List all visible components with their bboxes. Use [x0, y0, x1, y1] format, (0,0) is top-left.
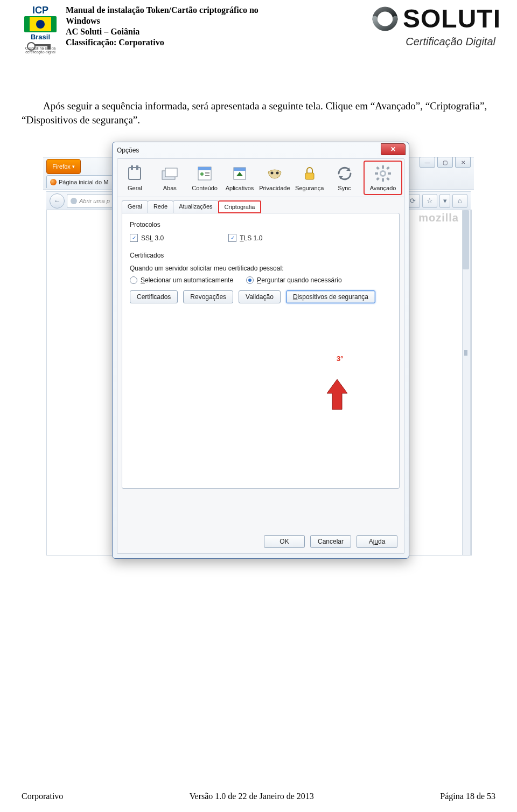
doc-title-1: Manual de instalação Token/Cartão cripto…	[66, 5, 258, 15]
document-header: ICP Brasil O Brasil na era da certificaç…	[22, 0, 495, 61]
footer-left: Corporativo	[22, 792, 63, 801]
category-sync-label: Sync	[338, 185, 351, 191]
help-button[interactable]: Ajuda	[357, 535, 397, 548]
category-sync[interactable]: Sync	[327, 159, 362, 197]
validation-button[interactable]: Validação	[239, 290, 281, 303]
svg-rect-18	[375, 172, 378, 175]
header-text-block: Manual de instalação Token/Cartão cripto…	[66, 5, 312, 48]
category-advanced[interactable]: Avançado	[364, 161, 402, 195]
soluti-name: SOLUTI	[403, 7, 501, 30]
ok-button[interactable]: OK	[264, 535, 305, 548]
category-general-label: Geral	[128, 185, 142, 191]
svg-rect-20	[376, 166, 379, 170]
checkbox-checked-icon: ✓	[130, 234, 138, 242]
scrollbar[interactable]	[462, 210, 471, 556]
scrollbar-thumb[interactable]	[463, 210, 469, 269]
svg-rect-4	[165, 168, 177, 177]
svg-point-7	[200, 172, 204, 176]
subtab-updates[interactable]: Atualizações	[173, 200, 218, 213]
category-privacy[interactable]: Privacidade	[257, 159, 292, 197]
crypto-panel: Protocolos ✓ SSL 3.0 ✓ TLS 1.0	[122, 213, 400, 489]
ssl3-checkbox[interactable]: ✓ SSL 3.0	[130, 234, 164, 242]
doc-subtitle: AC Soluti – Goiânia	[66, 27, 139, 36]
annotation-3: 3°	[337, 355, 343, 363]
soluti-logo: SOLUTI	[312, 5, 501, 32]
category-tabs[interactable]: Abas	[152, 159, 187, 197]
subtab-crypto[interactable]: Criptografia	[218, 200, 262, 213]
category-content[interactable]: Conteúdo	[187, 159, 222, 197]
category-apps-label: Aplicativos	[226, 185, 254, 191]
svg-rect-0	[129, 168, 141, 179]
radio-ask[interactable]: Perguntar quando necessário	[246, 276, 341, 284]
subtab-general[interactable]: Geral	[122, 200, 148, 213]
firefox-menu-button[interactable]: Firefox	[46, 159, 81, 174]
checkbox-checked-icon: ✓	[228, 234, 236, 242]
svg-rect-17	[382, 178, 384, 182]
globe-icon	[71, 198, 77, 204]
back-icon: ←	[54, 197, 61, 205]
browser-tab[interactable]: Página inicial do M	[46, 175, 113, 188]
svg-rect-6	[198, 167, 211, 170]
bookmark-drop-button[interactable]: ▾	[439, 194, 450, 208]
home-button[interactable]: ⌂	[452, 194, 467, 208]
svg-rect-8	[205, 172, 209, 173]
category-tabs-label: Abas	[163, 185, 177, 191]
category-content-label: Conteúdo	[192, 185, 218, 191]
star-icon: ☆	[427, 197, 433, 205]
tabs-icon	[160, 164, 179, 183]
reload-icon: ⟳	[410, 197, 416, 205]
window-maximize-icon[interactable]: ▢	[437, 157, 453, 168]
dialog-close-button[interactable]: ✕	[381, 143, 406, 155]
svg-rect-11	[234, 168, 246, 171]
home-icon: ⌂	[458, 197, 462, 205]
radio-auto[interactable]: Selecionar um automaticamente	[130, 276, 233, 284]
radio-checked-icon	[246, 276, 254, 284]
category-advanced-label: Avançado	[370, 185, 396, 191]
category-security[interactable]: Segurança	[292, 159, 327, 197]
certificates-prompt: Quando um servidor solicitar meu certifi…	[130, 265, 392, 272]
category-apps[interactable]: Aplicativos	[222, 159, 257, 197]
window-minimize-icon[interactable]: —	[420, 157, 435, 168]
svg-rect-9	[205, 175, 209, 176]
body-paragraph: Após seguir a sequência informada, será …	[22, 99, 495, 127]
scrollbar-mid-marker	[464, 350, 467, 356]
tls1-checkbox[interactable]: ✓ TLS 1.0	[228, 234, 262, 242]
svg-point-24	[381, 172, 385, 175]
content-icon	[195, 164, 214, 183]
footer-right: Página 18 de 53	[440, 792, 495, 801]
svg-rect-19	[388, 172, 391, 175]
certificates-button[interactable]: Certificados	[130, 290, 178, 303]
window-controls: — ▢ ✕	[420, 157, 471, 169]
window-close-icon[interactable]: ✕	[455, 157, 471, 168]
category-row: Geral Abas Conteúdo Aplicativos	[117, 159, 404, 197]
body-paragraph-text: Após seguir a sequência informada, será …	[22, 100, 487, 126]
apps-icon	[230, 164, 249, 183]
subtab-network[interactable]: Rede	[148, 200, 173, 213]
svg-point-12	[270, 172, 273, 175]
general-icon	[125, 164, 144, 183]
radio-unchecked-icon	[130, 276, 137, 284]
security-devices-button[interactable]: Dispositivos de segurança	[286, 290, 375, 303]
doc-title-2: Windows	[66, 16, 100, 25]
firefox-menu-label: Firefox	[52, 163, 71, 170]
revocations-button[interactable]: Revogações	[183, 290, 233, 303]
cancel-button[interactable]: Cancelar	[310, 535, 351, 548]
chevron-down-icon: ▾	[443, 197, 447, 205]
icp-brasil-logo: ICP Brasil O Brasil na era da certificaç…	[22, 5, 59, 54]
doc-classification: Classificação: Corporativo	[66, 38, 164, 47]
svg-rect-16	[382, 165, 384, 169]
bookmark-button[interactable]: ☆	[422, 194, 437, 208]
protocols-group-label: Protocolos	[130, 221, 392, 228]
document-footer: Corporativo Versão 1.0 de 22 de Janeiro …	[22, 792, 495, 801]
soluti-mark-icon	[372, 5, 399, 32]
svg-rect-23	[386, 177, 389, 181]
close-icon: ✕	[390, 145, 396, 153]
category-security-label: Segurança	[295, 185, 324, 191]
back-button[interactable]: ←	[50, 193, 65, 209]
category-privacy-label: Privacidade	[259, 185, 290, 191]
category-general[interactable]: Geral	[117, 159, 152, 197]
icp-country-text: Brasil	[31, 33, 50, 40]
privacy-mask-icon	[266, 164, 284, 183]
subtab-row: Geral Rede Atualizações Criptografia	[122, 200, 400, 213]
browser-tab-label: Página inicial do M	[59, 179, 108, 185]
